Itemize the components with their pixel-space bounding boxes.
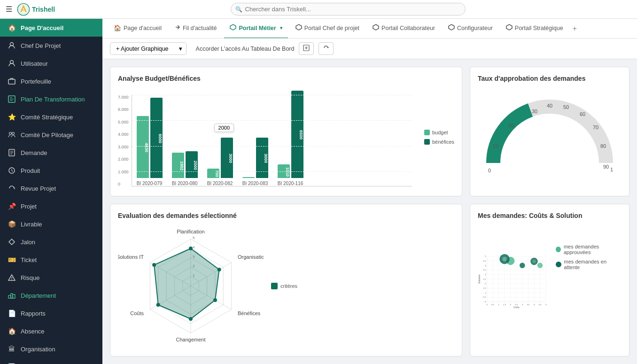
- tab-accueil[interactable]: 🏠 Page d'accueil: [108, 19, 167, 39]
- portail-collab-icon: [373, 24, 379, 32]
- legend-benefices-dot: [424, 139, 430, 145]
- portail-chef-icon: [295, 24, 302, 32]
- logo-icon: [17, 3, 30, 16]
- content: 🏠 Page d'accueil Fil d'actualité Portail…: [102, 19, 637, 364]
- access-label: Accorder L'accès Au Tableau De Bord: [196, 46, 295, 52]
- add-tab-button[interactable]: +: [573, 24, 577, 33]
- search-bar[interactable]: 🔍: [231, 3, 466, 15]
- budget-legend: budget bénéfices: [419, 88, 454, 186]
- sidebar-item-jalon[interactable]: Jalon: [0, 233, 102, 251]
- tab-configurateur[interactable]: Configurateur: [443, 19, 498, 39]
- radar-label-changement: Changement: [176, 337, 206, 342]
- sidebar-label-livrable: Livrable: [21, 221, 42, 228]
- bars-container: 4630 6000 BI 2020-079 1952 2000: [132, 95, 412, 186]
- sidebar-item-demande[interactable]: Demande: [0, 144, 102, 162]
- y-label-4000: 4.000: [118, 132, 129, 137]
- logo: Trishell: [17, 3, 55, 16]
- bar-budget-2: 1952: [172, 153, 184, 178]
- svg-point-43: [156, 303, 160, 307]
- tab-portail-chef[interactable]: Portail Chef de projet: [290, 19, 365, 39]
- tab-portail-metier[interactable]: Portail Métier ▾: [224, 19, 287, 39]
- radar-label-planification: Planification: [177, 229, 204, 234]
- svg-text:4: 4: [534, 303, 535, 305]
- svg-text:4: 4: [485, 264, 486, 266]
- sidebar-item-chef[interactable]: Chef De Projet: [0, 37, 102, 54]
- menu-icon[interactable]: ☰: [6, 5, 12, 14]
- bar-pair-2: 1952 2000: [172, 151, 198, 178]
- legend-budget: budget: [424, 130, 454, 135]
- tab-portail-collab[interactable]: Portail Collaborateur: [367, 19, 441, 39]
- tab-portail-strat[interactable]: Portail Stratégique: [500, 19, 569, 39]
- sidebar-item-home[interactable]: 🏠 Page D'accueil: [0, 19, 102, 37]
- svg-point-42: [189, 317, 193, 321]
- export-button[interactable]: [299, 42, 314, 55]
- radar-label-organisation: Organisation: [238, 254, 264, 260]
- sidebar-item-projet[interactable]: 📌 Projet: [0, 197, 102, 215]
- svg-text:1.5: 1.5: [483, 287, 486, 289]
- bar-budget-4: [242, 177, 255, 178]
- bubble-legend-approved: mes demandes approuvées: [556, 244, 621, 255]
- sidebar-item-risque[interactable]: Risque: [0, 269, 102, 287]
- sidebar-label-home: Page D'accueil: [21, 24, 63, 31]
- sidebar-item-livrable[interactable]: 📦 Livrable: [0, 215, 102, 233]
- livrable-icon: 📦: [8, 220, 16, 228]
- bubble-x-label: Coûts: [513, 306, 520, 309]
- dashboard: Analyse Budget/Bénéfices 7.000 6.000 5.0…: [102, 59, 637, 364]
- sidebar-item-userstory[interactable]: 📝 User Story: [0, 358, 102, 364]
- sidebar-item-rapports[interactable]: 📄 Rapports: [0, 304, 102, 322]
- portefeuille-icon: [8, 77, 16, 85]
- svg-marker-19: [449, 24, 454, 30]
- sidebar-item-portefeuille[interactable]: Portefeuille: [0, 72, 102, 90]
- add-graph-button-group[interactable]: + Ajouter Graphique ▾: [110, 42, 186, 55]
- rapports-icon: 📄: [8, 309, 16, 318]
- comite-pilot-icon: [8, 131, 16, 139]
- portail-metier-dropdown-icon: ▾: [280, 25, 282, 31]
- sidebar-item-user[interactable]: Utilisateur: [0, 54, 102, 72]
- organisation-icon: 🏛: [8, 345, 16, 353]
- tab-portail-strat-label: Portail Stratégique: [515, 25, 563, 31]
- svg-text:5: 5: [545, 303, 547, 305]
- bar-label-2: BI 2020-080: [172, 181, 198, 186]
- svg-rect-15: [13, 294, 15, 298]
- bar-pair-3: 700 3000: [207, 138, 233, 178]
- sidebar-item-organisation[interactable]: 🏛 Organisation: [0, 340, 102, 358]
- sidebar-item-comite-pilot[interactable]: Comité De Pilotage: [0, 126, 102, 144]
- sidebar-label-rapports: Rapports: [21, 310, 46, 317]
- y-label-0: 0: [118, 182, 129, 186]
- y-label-6000: 6.000: [118, 107, 129, 112]
- svg-text:0.5: 0.5: [491, 303, 495, 305]
- sidebar: 🏠 Page D'accueil Chef De Projet Utilisat…: [0, 19, 102, 364]
- tab-fil[interactable]: Fil d'actualité: [169, 19, 223, 39]
- sidebar-item-plan[interactable]: Plan De Transformation: [0, 90, 102, 108]
- sidebar-label-revue: Revue Projet: [21, 185, 56, 192]
- add-graph-button[interactable]: + Ajouter Graphique: [110, 43, 174, 54]
- absence-icon: 🏠: [8, 327, 16, 335]
- gauge-label-60: 60: [580, 111, 585, 117]
- logo-text: Trishell: [32, 6, 55, 13]
- sidebar-item-revue[interactable]: Revue Projet: [0, 179, 102, 197]
- svg-marker-17: [296, 24, 302, 30]
- sidebar-item-ticket[interactable]: 🎫 Ticket: [0, 251, 102, 269]
- svg-rect-3: [8, 79, 15, 84]
- search-input[interactable]: [231, 3, 466, 15]
- svg-point-40: [218, 268, 221, 271]
- legend-benefices: bénéfices: [424, 139, 454, 145]
- sidebar-item-departement[interactable]: Département: [0, 287, 102, 304]
- sidebar-item-absence[interactable]: 🏠 Absence: [0, 322, 102, 340]
- sidebar-item-comite-strat[interactable]: ⭐ Comité Stratégique: [0, 108, 102, 126]
- y-axis: 7.000 6.000 5.000 4.000 3.000 2.000 1.00…: [118, 95, 129, 186]
- radar-chart-title: Evaluation des demandes sélectionné: [118, 212, 454, 219]
- gauge-label-40: 40: [547, 103, 552, 108]
- sidebar-label-organisation: Organisation: [21, 346, 55, 353]
- add-graph-dropdown[interactable]: ▾: [175, 43, 186, 54]
- svg-point-6: [12, 132, 15, 135]
- legend-budget-label: budget: [432, 130, 448, 135]
- refresh-button[interactable]: [318, 42, 334, 55]
- sidebar-label-comite-pilot: Comité De Pilotage: [21, 132, 73, 139]
- sidebar-item-produit[interactable]: Produit: [0, 162, 102, 179]
- bar-budget-5: 1010: [278, 164, 290, 178]
- svg-text:3: 3: [485, 273, 486, 275]
- bubble-legend-pending: mes demandes en attente: [556, 259, 621, 270]
- bubble-legend-pending-dot: [556, 262, 561, 267]
- svg-point-41: [213, 298, 217, 302]
